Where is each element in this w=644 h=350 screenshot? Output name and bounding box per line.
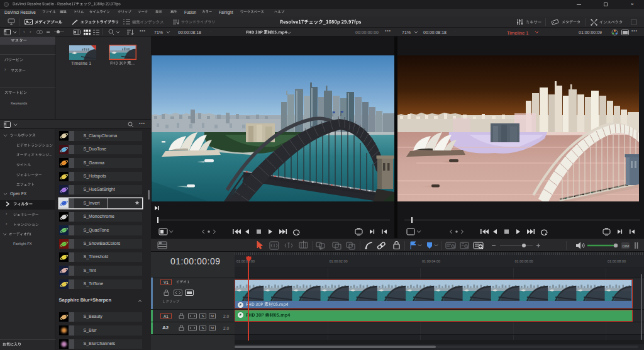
svg-text:DIM: DIM (623, 244, 630, 248)
